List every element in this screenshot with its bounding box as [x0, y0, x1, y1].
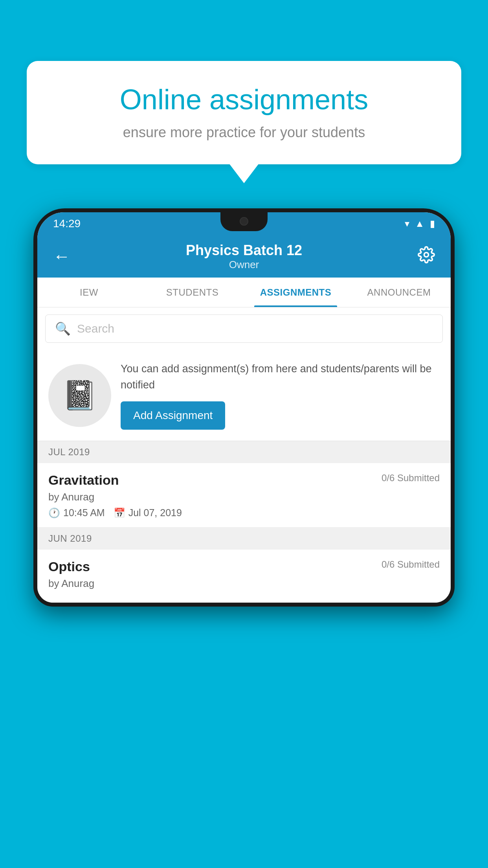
promo-icon-circle: 📓 [48, 364, 111, 427]
tabs-bar: IEW STUDENTS ASSIGNMENTS ANNOUNCEM [37, 278, 451, 307]
assignment-author: by Anurag [48, 491, 94, 503]
assignment-item-gravitation[interactable]: Gravitation 0/6 Submitted by Anurag 🕐 10… [37, 463, 451, 528]
clock-icon: 🕐 [48, 508, 60, 519]
search-icon: 🔍 [55, 321, 71, 336]
search-box[interactable]: 🔍 Search [45, 314, 443, 343]
assignment-submitted-optics: 0/6 Submitted [382, 559, 440, 570]
camera-notch [240, 217, 248, 226]
promo-content: You can add assignment(s) from here and … [121, 361, 440, 430]
assignment-top-row-optics: Optics 0/6 Submitted [48, 559, 440, 574]
tab-announcements[interactable]: ANNOUNCEM [347, 278, 451, 307]
phone-notch [220, 212, 268, 231]
batch-name: Physics Batch 12 [74, 242, 414, 259]
phone-wrapper: 14:29 ▾ ▲ ▮ ← Physics Batch 12 Owner [33, 208, 455, 868]
assignment-name: Gravitation [48, 473, 119, 488]
assignment-date: Jul 07, 2019 [128, 507, 182, 519]
assignment-top-row: Gravitation 0/6 Submitted [48, 473, 440, 488]
search-placeholder: Search [77, 322, 114, 335]
section-header-jul: JUL 2019 [37, 441, 451, 463]
assignment-time: 10:45 AM [63, 507, 105, 519]
promo-card: 📓 You can add assignment(s) from here an… [37, 350, 451, 441]
tab-iew[interactable]: IEW [37, 278, 141, 307]
assignment-time-row: 🕐 10:45 AM 📅 Jul 07, 2019 [48, 507, 440, 519]
wifi-icon: ▾ [405, 218, 409, 229]
section-header-jun: JUN 2019 [37, 528, 451, 550]
assignment-name-optics: Optics [48, 559, 90, 574]
gear-icon [418, 246, 435, 263]
add-assignment-button[interactable]: Add Assignment [121, 401, 225, 430]
assignment-submitted: 0/6 Submitted [382, 473, 440, 484]
signal-icon: ▲ [415, 218, 424, 229]
assignment-date-item: 📅 Jul 07, 2019 [114, 507, 182, 519]
battery-icon: ▮ [430, 218, 435, 229]
speech-bubble-title: Online assignments [54, 83, 434, 116]
assignment-item-optics[interactable]: Optics 0/6 Submitted by Anurag [37, 550, 451, 603]
assignment-author-optics: by Anurag [48, 577, 94, 590]
calendar-icon: 📅 [114, 508, 125, 519]
status-time: 14:29 [53, 217, 81, 230]
phone-screen: 14:29 ▾ ▲ ▮ ← Physics Batch 12 Owner [37, 212, 451, 603]
speech-bubble-card: Online assignments ensure more practice … [27, 61, 461, 164]
assignment-meta-row: by Anurag [48, 491, 440, 503]
speech-bubble-subtitle: ensure more practice for your students [54, 124, 434, 141]
notebook-icon: 📓 [62, 379, 97, 412]
search-container: 🔍 Search [37, 307, 451, 350]
promo-text: You can add assignment(s) from here and … [121, 361, 440, 393]
batch-role: Owner [74, 259, 414, 271]
assignment-time-item: 🕐 10:45 AM [48, 507, 105, 519]
app-bar: ← Physics Batch 12 Owner [37, 235, 451, 278]
tab-assignments[interactable]: ASSIGNMENTS [244, 278, 347, 307]
svg-point-0 [424, 252, 429, 257]
settings-button[interactable] [414, 242, 439, 271]
status-icons: ▾ ▲ ▮ [405, 218, 435, 229]
app-bar-title: Physics Batch 12 Owner [74, 242, 414, 271]
back-button[interactable]: ← [49, 243, 74, 270]
assignment-meta-row-optics: by Anurag [48, 577, 440, 590]
tab-students[interactable]: STUDENTS [141, 278, 244, 307]
phone-frame: 14:29 ▾ ▲ ▮ ← Physics Batch 12 Owner [33, 208, 455, 607]
